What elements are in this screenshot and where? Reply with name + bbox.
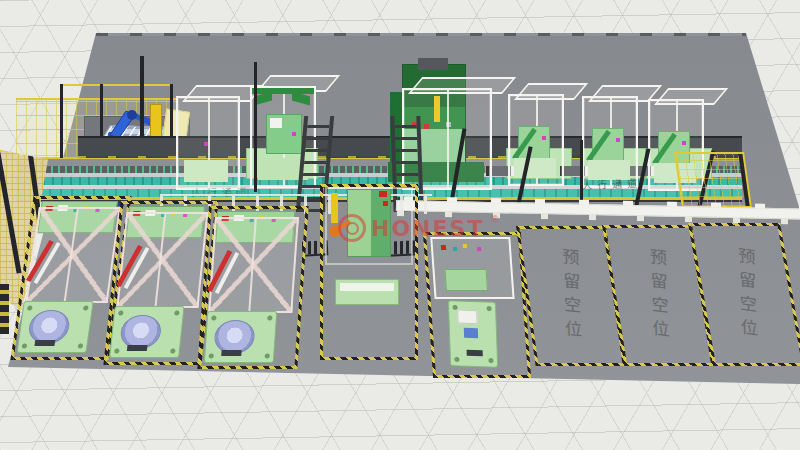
detail-dot: [383, 201, 388, 206]
pedestal-top: [340, 283, 394, 291]
center-work-cell: [320, 184, 418, 360]
detail-dot: [441, 245, 446, 250]
press-top-cap: [418, 58, 448, 70]
corner-post: [0, 284, 9, 334]
inner-machine: [444, 269, 488, 291]
test-cage-4: [582, 96, 638, 188]
reserved-bay-label: 预留空位: [732, 245, 761, 344]
cell-base-plate: [204, 311, 278, 363]
cage-floor-plate: [514, 158, 556, 178]
dark-foot: [467, 350, 483, 357]
detail-dot: [616, 138, 620, 142]
inner-panel: [270, 118, 282, 128]
detail-dot: [292, 132, 296, 136]
watermark: HONEST ®: [338, 214, 499, 242]
detail-dot: [204, 142, 208, 146]
cell-cage: [430, 237, 514, 299]
detail-dot: [463, 244, 467, 248]
yellow-tool-bar: [331, 193, 338, 223]
stator-spool: [213, 320, 255, 354]
factory-3d-scene: 人行通道 人行通道: [0, 0, 800, 450]
frame-post: [64, 209, 79, 301]
detail-dot: [542, 136, 546, 140]
work-cell-5: [423, 232, 531, 378]
robot-elbow: [127, 110, 137, 120]
reserved-bay-label: 预留空位: [644, 246, 673, 344]
walkway-label-right: 人行通道: [582, 175, 642, 192]
test-cage-1: [176, 96, 240, 190]
white-machine: [457, 309, 478, 324]
cell-base-plate: [16, 301, 93, 353]
cage-roof: [408, 77, 516, 94]
spool-foot: [127, 345, 148, 351]
honest-logo-inner-ring: [346, 222, 359, 235]
detail-dot: [379, 191, 387, 197]
detail-dot: [453, 247, 457, 251]
stator-spool: [27, 310, 72, 344]
blue-fixture: [464, 328, 478, 338]
fence-top-rail: [60, 84, 172, 86]
stator-spool: [119, 315, 163, 349]
right-end-fence: [674, 152, 752, 208]
platform-top-edge: [96, 33, 746, 36]
cell-base-plate: [109, 306, 184, 358]
test-cage-3: [508, 94, 564, 186]
honest-logo-icon: [338, 214, 366, 242]
watermark-text: HONEST: [371, 216, 484, 241]
frame-post: [248, 219, 256, 311]
cage-floor-plate: [184, 160, 228, 182]
reserved-bay-label: 预留空位: [557, 247, 586, 345]
registered-trademark-icon: ®: [490, 214, 499, 224]
pedestal-plate: [335, 279, 399, 305]
black-pole: [254, 62, 257, 192]
spool-foot: [34, 340, 55, 346]
detail-dot: [682, 141, 686, 145]
detail-dot: [477, 247, 481, 251]
frame-post: [155, 214, 167, 306]
fence-post: [0, 152, 22, 273]
fence-mid-rail: [60, 98, 172, 100]
work-cell-3: [197, 206, 308, 369]
spool-foot: [221, 350, 241, 356]
cell-base-plate: [448, 300, 498, 368]
cage-top-beam: [252, 88, 314, 94]
